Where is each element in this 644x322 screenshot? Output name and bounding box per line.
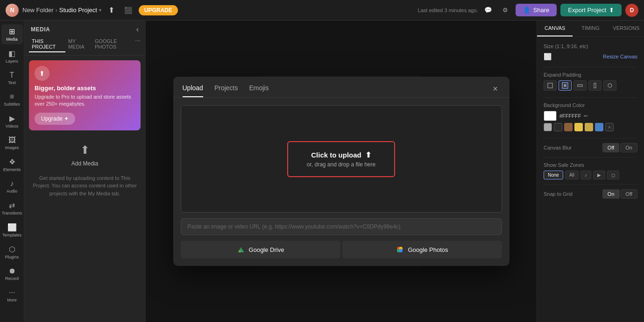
snap-grid-label: Snap to Grid <box>544 191 573 197</box>
bg-color-row: #FFFFFF ✏ <box>544 111 637 121</box>
settings-button[interactable]: ⚙ <box>499 4 512 17</box>
swatch-transparent[interactable]: × <box>605 123 614 131</box>
pad-opt-2[interactable] <box>559 80 572 91</box>
tab-google-photos[interactable]: GOOGLE PHOTOS <box>92 36 135 52</box>
bg-color-swatch[interactable] <box>544 111 557 121</box>
modal-tab-projects[interactable]: Projects <box>214 84 238 97</box>
sz-none-button[interactable]: None <box>544 171 563 179</box>
tab-this-project[interactable]: THIS PROJECT <box>29 36 65 52</box>
sidebar-item-text[interactable]: T Text <box>1 68 23 88</box>
comments-button[interactable]: 💬 <box>482 4 495 17</box>
google-drive-icon <box>237 245 245 254</box>
tab-versions[interactable]: VERSIONS <box>609 21 644 36</box>
google-photos-label: Google Photos <box>408 246 448 253</box>
swatch-dark[interactable] <box>554 123 562 131</box>
sidebar-item-record[interactable]: ⏺ Record <box>1 264 23 284</box>
modal-tab-emojis[interactable]: Emojis <box>249 84 269 97</box>
sidebar-item-templates[interactable]: ⬜ Templates <box>1 220 23 240</box>
safe-zones-label: Show Safe Zones <box>544 162 637 168</box>
collapse-panel-button[interactable]: ‹ <box>136 25 139 34</box>
share-button[interactable]: 👤 Share <box>516 4 557 16</box>
text-label: Text <box>8 80 16 85</box>
tab-canvas[interactable]: CANVAS <box>537 21 573 36</box>
resize-canvas-button[interactable]: Resize Canvas <box>603 54 637 59</box>
click-to-upload-text: Click to upload ⬆ <box>307 150 375 159</box>
user-avatar[interactable]: D <box>625 4 638 17</box>
project-dropdown-icon[interactable]: ▾ <box>99 7 101 13</box>
swatch-yellow[interactable] <box>574 123 583 131</box>
sidebar-item-more[interactable]: ··· More <box>1 286 23 305</box>
google-drive-label: Google Drive <box>249 246 284 253</box>
last-edited-status: Last edited 3 minutes ago. <box>418 7 478 13</box>
swatch-white[interactable] <box>544 123 552 131</box>
sidebar-item-videos[interactable]: ▶ Videos <box>1 111 23 131</box>
audio-label: Audio <box>7 189 17 193</box>
tabs-more-button[interactable]: ··· <box>135 36 141 52</box>
pad-opt-1[interactable] <box>544 80 557 91</box>
upgrade-button[interactable]: UPGRADE <box>139 5 178 15</box>
divider-1 <box>544 67 637 67</box>
upload-drop-zone[interactable]: Click to upload ⬆ or, drag and drop a fi… <box>181 105 502 213</box>
snap-off-button[interactable]: Off <box>621 189 637 199</box>
templates-label: Templates <box>2 233 21 237</box>
elements-icon: ❖ <box>9 157 15 166</box>
videos-icon: ▶ <box>9 114 15 123</box>
blur-off-button[interactable]: Off <box>602 143 619 152</box>
swatch-blue[interactable] <box>595 123 603 131</box>
swatch-gold[interactable] <box>585 123 593 131</box>
present-button[interactable]: ⬛ <box>122 4 135 17</box>
sidebar-item-transitions[interactable]: ⇄ Transitions <box>1 198 23 218</box>
media-panel-content: ⬆ Bigger, bolder assets Upgrade to Pro t… <box>24 56 145 322</box>
sidebar-item-audio[interactable]: ♪ Audio <box>1 177 23 196</box>
bg-color-label: Background Color <box>544 102 637 108</box>
sz-all-button[interactable]: All <box>565 171 579 179</box>
elements-label: Elements <box>3 167 21 172</box>
divider-4 <box>544 157 637 157</box>
tab-timing[interactable]: TIMING <box>573 21 608 36</box>
resize-canvas-icon: ⬜ <box>544 53 552 60</box>
expand-padding-label: Expand Padding <box>544 72 637 78</box>
sz-instagram-button[interactable]: ◻ <box>607 171 619 179</box>
tab-my-media[interactable]: MY MEDIA <box>65 36 92 52</box>
svg-point-9 <box>608 84 612 87</box>
swatch-brown[interactable] <box>564 123 573 131</box>
url-input-field[interactable] <box>181 218 502 235</box>
sidebar-item-elements[interactable]: ❖ Elements <box>1 155 23 175</box>
upload-button[interactable]: ⬆ <box>105 4 118 17</box>
project-name[interactable]: Studio Project <box>59 7 97 14</box>
size-label: Size (1:1, 9:16, etc) <box>544 43 637 49</box>
layers-icon: ◧ <box>8 49 15 58</box>
sz-youtube-button[interactable]: ▶ <box>593 171 605 179</box>
sidebar-item-layers[interactable]: ◧ Layers <box>1 46 23 66</box>
pad-opt-4[interactable] <box>588 80 602 91</box>
divider-3 <box>544 138 637 138</box>
bg-swatches: × <box>544 123 637 131</box>
svg-rect-8 <box>594 83 596 88</box>
media-icon: ⊞ <box>9 27 15 36</box>
canvas-blur-label: Canvas Blur <box>544 145 572 150</box>
blur-on-button[interactable]: On <box>620 143 637 152</box>
google-drive-button[interactable]: Google Drive <box>181 241 340 258</box>
bg-color-hex[interactable]: #FFFFFF <box>559 113 581 119</box>
sidebar-item-plugins[interactable]: ⬡ Plugins <box>1 242 23 262</box>
upgrade-card-button[interactable]: Upgrade ✦ <box>35 113 75 125</box>
pad-opt-3[interactable] <box>573 80 587 91</box>
sidebar-item-media[interactable]: ⊞ Media <box>1 24 23 44</box>
folder-name[interactable]: New Folder <box>22 7 53 14</box>
edit-color-icon[interactable]: ✏ <box>584 113 588 119</box>
more-label: More <box>7 298 17 302</box>
videos-label: Videos <box>6 124 18 129</box>
google-photos-button[interactable]: Google Photos <box>342 241 502 258</box>
sidebar-item-images[interactable]: 🖼 Images <box>1 133 23 153</box>
sidebar-item-subtitles[interactable]: ≡ Subtitles <box>1 90 23 109</box>
pad-opt-5[interactable] <box>603 80 616 91</box>
snap-on-button[interactable]: On <box>602 189 620 199</box>
export-button[interactable]: Export Project ⬆ <box>560 4 622 16</box>
audio-icon: ♪ <box>10 179 14 188</box>
modal-tab-upload[interactable]: Upload <box>183 84 203 97</box>
add-media-area[interactable]: ⬆ Add Media <box>29 136 141 174</box>
sz-tiktok-button[interactable]: ♪ <box>580 171 591 179</box>
snap-grid-toggles: On Off <box>602 189 637 199</box>
right-panel-content: Size (1:1, 9:16, etc) ⬜ Resize Canvas Ex… <box>537 37 644 322</box>
modal-close-button[interactable]: × <box>489 82 502 95</box>
